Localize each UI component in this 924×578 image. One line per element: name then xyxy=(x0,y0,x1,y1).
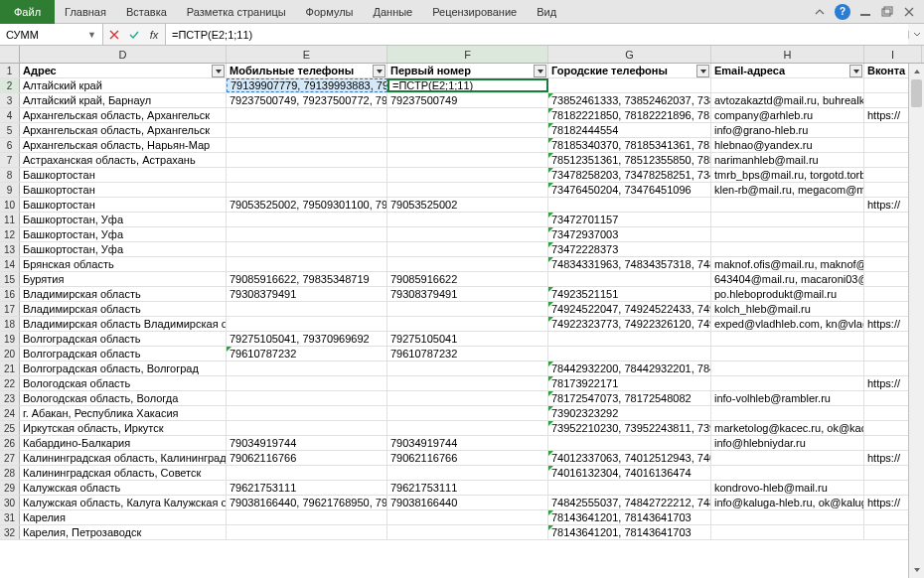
cell[interactable]: 74834331963, 74834357318, 7483 xyxy=(548,257,711,271)
cell[interactable]: 73472228373 xyxy=(548,242,711,256)
cell[interactable] xyxy=(711,466,864,480)
cell[interactable]: 79237500749 xyxy=(387,93,548,107)
cell[interactable]: Карелия, Петрозаводск xyxy=(20,525,227,539)
cell[interactable] xyxy=(387,242,548,256)
cell[interactable]: 79139907779, 79139993883, 7923 xyxy=(227,78,387,92)
cell[interactable]: Волгоградская область xyxy=(20,332,227,346)
cell[interactable] xyxy=(227,406,387,420)
cell[interactable]: Архангельская область, Архангельск xyxy=(20,123,227,137)
row-header[interactable]: 28 xyxy=(0,466,20,480)
cell[interactable]: Вологодская область, Вологда xyxy=(20,391,227,405)
cell[interactable]: 74016132304, 74016136474 xyxy=(548,466,711,480)
cell[interactable] xyxy=(711,376,864,390)
row-header[interactable]: 30 xyxy=(0,496,20,509)
cell[interactable]: Алтайский край xyxy=(20,78,227,92)
row-header[interactable]: 9 xyxy=(0,183,20,197)
row-header[interactable]: 3 xyxy=(0,93,20,107)
select-all-corner[interactable] xyxy=(0,46,20,63)
header-cell[interactable]: Мобильные телефоны xyxy=(227,64,387,77)
cell[interactable]: company@arhleb.ru xyxy=(711,108,864,122)
cancel-formula-icon[interactable] xyxy=(107,28,121,42)
cell[interactable] xyxy=(227,153,387,167)
cell[interactable] xyxy=(387,421,548,435)
cell[interactable]: 79275105041, 79370969692 xyxy=(227,332,387,346)
cell[interactable] xyxy=(387,302,548,316)
tab-view[interactable]: Вид xyxy=(527,0,566,24)
cell[interactable] xyxy=(227,361,387,375)
cell[interactable] xyxy=(227,108,387,122)
col-header-i[interactable]: I xyxy=(864,46,922,63)
cell[interactable]: tmrb_bps@mail.ru, torgotd.torbbps@m xyxy=(711,168,864,182)
row-header[interactable]: 4 xyxy=(0,108,20,122)
row-header[interactable]: 14 xyxy=(0,257,20,271)
cell[interactable] xyxy=(387,406,548,420)
cell[interactable]: 643404@mail.ru, macaroni03@mail.ru, п xyxy=(711,272,864,286)
cell[interactable] xyxy=(227,168,387,182)
cell[interactable]: Алтайский край, Барнаул xyxy=(20,93,227,107)
cell[interactable]: 79062116766 xyxy=(227,451,387,465)
row-header[interactable]: 19 xyxy=(0,332,20,346)
cell[interactable]: 79610787232 xyxy=(227,347,387,361)
cell[interactable] xyxy=(387,227,548,241)
filter-button[interactable] xyxy=(212,65,225,77)
cell[interactable] xyxy=(548,481,711,495)
cell[interactable] xyxy=(227,227,387,241)
cell[interactable]: 74923521151 xyxy=(548,287,711,301)
cell[interactable]: 78182221850, 78182221896, 7818 xyxy=(548,108,711,122)
col-header-h[interactable]: H xyxy=(711,46,864,63)
cell[interactable]: 79053525002, 79509301100, 7950 xyxy=(227,198,387,212)
cell[interactable]: po.hleboprodukt@mail.ru xyxy=(711,287,864,301)
cell[interactable] xyxy=(711,525,864,539)
cell[interactable] xyxy=(227,391,387,405)
cell[interactable] xyxy=(387,361,548,375)
help-icon[interactable]: ? xyxy=(835,4,850,20)
minimize-window-icon[interactable] xyxy=(858,5,872,19)
tab-data[interactable]: Данные xyxy=(363,0,422,24)
cell[interactable]: 74924522047, 74924522433, 7492 xyxy=(548,302,711,316)
row-header[interactable]: 12 xyxy=(0,227,20,241)
cell[interactable]: Башкортостан, Уфа xyxy=(20,227,227,241)
ribbon-expand-icon[interactable] xyxy=(813,5,827,19)
cell[interactable]: Калужская область, Калуга Калужская об xyxy=(20,496,227,509)
cell[interactable] xyxy=(387,183,548,197)
filter-button[interactable] xyxy=(373,65,385,77)
cell[interactable]: 79053525002 xyxy=(387,198,548,212)
cell[interactable] xyxy=(711,198,864,212)
cell[interactable]: 73852461333, 73852462037, 7385 xyxy=(548,93,711,107)
cell[interactable] xyxy=(711,213,864,226)
tab-page-layout[interactable]: Разметка страницы xyxy=(177,0,296,24)
cell[interactable]: 79610787232 xyxy=(387,347,548,361)
cell[interactable] xyxy=(711,361,864,375)
row-header[interactable]: 16 xyxy=(0,287,20,301)
cell[interactable]: 78172547073, 78172548082 xyxy=(548,391,711,405)
cell[interactable]: info@hlebniydar.ru xyxy=(711,436,864,450)
cell[interactable] xyxy=(711,406,864,420)
cell[interactable]: 78185340370, 78185341361, 7818 xyxy=(548,138,711,152)
cell[interactable] xyxy=(387,108,548,122)
cell[interactable]: 73472701157 xyxy=(548,213,711,226)
cell[interactable]: 78442932200, 78442932201, 78442932221, 7… xyxy=(548,361,711,375)
cell[interactable] xyxy=(227,510,387,524)
cell[interactable]: avtozakaztd@mail.ru, buhrealkrh@mail xyxy=(711,93,864,107)
cell[interactable] xyxy=(387,525,548,539)
filter-button[interactable] xyxy=(696,65,709,77)
cell[interactable]: 78173922171 xyxy=(548,376,711,390)
cell[interactable]: 79621753111 xyxy=(387,481,548,495)
cell[interactable]: Бурятия xyxy=(20,272,227,286)
row-header[interactable]: 22 xyxy=(0,376,20,390)
name-box-dropdown-icon[interactable]: ▼ xyxy=(87,30,96,40)
cell[interactable]: klen-rb@mail.ru, megacom@mail.ru xyxy=(711,183,864,197)
row-header[interactable]: 1 xyxy=(0,64,20,77)
col-header-f[interactable]: F xyxy=(387,46,548,63)
row-header[interactable]: 10 xyxy=(0,198,20,212)
cell[interactable]: info@kaluga-hleb.ru, ok@kalug xyxy=(711,496,864,509)
row-header[interactable]: 2 xyxy=(0,78,20,92)
cell[interactable] xyxy=(711,242,864,256)
cell[interactable]: 74922323773, 74922326120, 7492 xyxy=(548,317,711,331)
cell[interactable] xyxy=(227,138,387,152)
cell[interactable] xyxy=(387,153,548,167)
name-box[interactable]: СУММ ▼ xyxy=(0,24,103,45)
cell[interactable] xyxy=(387,376,548,390)
cell[interactable]: exped@vladhleb.com, kn@vlad xyxy=(711,317,864,331)
scroll-up-icon[interactable] xyxy=(909,64,924,79)
